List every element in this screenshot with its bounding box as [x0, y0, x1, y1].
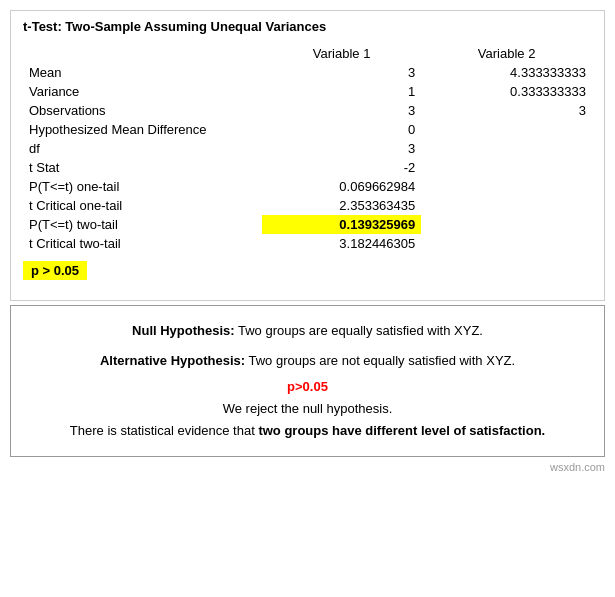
- table-row: t Critical one-tail2.353363435: [23, 196, 592, 215]
- row-label: Variance: [23, 82, 262, 101]
- row-var1: 2.353363435: [262, 196, 421, 215]
- row-var1: 3: [262, 63, 421, 82]
- page-title: t-Test: Two-Sample Assuming Unequal Vari…: [23, 19, 592, 34]
- row-label: t Stat: [23, 158, 262, 177]
- p-result-line: p>0.05: [31, 376, 584, 398]
- table-row: t Stat-2: [23, 158, 592, 177]
- row-var1: 0: [262, 120, 421, 139]
- table-header-row: Variable 1 Variable 2: [23, 44, 592, 63]
- row-label: P(T<=t) two-tail: [23, 215, 262, 234]
- table-row: Observations33: [23, 101, 592, 120]
- row-var1: 0.069662984: [262, 177, 421, 196]
- row-label: t Critical one-tail: [23, 196, 262, 215]
- p-result: p>0.05: [287, 379, 328, 394]
- conclusion-line: We reject the null hypothesis.: [31, 398, 584, 420]
- evidence-line: There is statistical evidence that two g…: [31, 420, 584, 442]
- row-var2: [421, 177, 592, 196]
- table-row: df3: [23, 139, 592, 158]
- null-text: Two groups are equally satisfied with XY…: [235, 323, 483, 338]
- row-var2: [421, 158, 592, 177]
- hypothesis-box: Null Hypothesis: Two groups are equally …: [10, 305, 605, 457]
- table-row: t Critical two-tail3.182446305: [23, 234, 592, 253]
- row-label: df: [23, 139, 262, 158]
- header-col3: Variable 2: [421, 44, 592, 63]
- row-var2: 3: [421, 101, 592, 120]
- row-label: Mean: [23, 63, 262, 82]
- stats-table: Variable 1 Variable 2 Mean34.333333333Va…: [23, 44, 592, 253]
- table-row: Variance10.333333333: [23, 82, 592, 101]
- header-col2: Variable 1: [262, 44, 421, 63]
- row-var2: [421, 120, 592, 139]
- table-row: Mean34.333333333: [23, 63, 592, 82]
- row-var2: 4.333333333: [421, 63, 592, 82]
- row-var2: [421, 196, 592, 215]
- null-label: Null Hypothesis:: [132, 323, 235, 338]
- evidence-bold: two groups have different level of satis…: [258, 423, 545, 438]
- row-var1: 0.139325969: [262, 215, 421, 234]
- header-col1: [23, 44, 262, 63]
- row-label: Observations: [23, 101, 262, 120]
- row-var1: 3.182446305: [262, 234, 421, 253]
- table-row: P(T<=t) one-tail0.069662984: [23, 177, 592, 196]
- watermark: wsxdn.com: [10, 461, 605, 473]
- row-var1: 3: [262, 101, 421, 120]
- row-label: Hypothesized Mean Difference: [23, 120, 262, 139]
- row-var2: [421, 139, 592, 158]
- alt-label: Alternative Hypothesis:: [100, 353, 245, 368]
- alt-hypothesis-line: Alternative Hypothesis: Two groups are n…: [31, 350, 584, 372]
- table-row: P(T<=t) two-tail0.139325969: [23, 215, 592, 234]
- row-var2: [421, 215, 592, 234]
- p-value-box: p > 0.05: [23, 253, 592, 288]
- row-label: t Critical two-tail: [23, 234, 262, 253]
- row-var1: -2: [262, 158, 421, 177]
- main-container: t-Test: Two-Sample Assuming Unequal Vari…: [10, 10, 605, 301]
- null-hypothesis-line: Null Hypothesis: Two groups are equally …: [31, 320, 584, 342]
- row-var1: 3: [262, 139, 421, 158]
- row-label: P(T<=t) one-tail: [23, 177, 262, 196]
- evidence-text: There is statistical evidence that: [70, 423, 259, 438]
- p-box-text: p > 0.05: [23, 261, 87, 280]
- table-row: Hypothesized Mean Difference0: [23, 120, 592, 139]
- row-var2: [421, 234, 592, 253]
- row-var1: 1: [262, 82, 421, 101]
- row-var2: 0.333333333: [421, 82, 592, 101]
- alt-text: Two groups are not equally satisfied wit…: [245, 353, 515, 368]
